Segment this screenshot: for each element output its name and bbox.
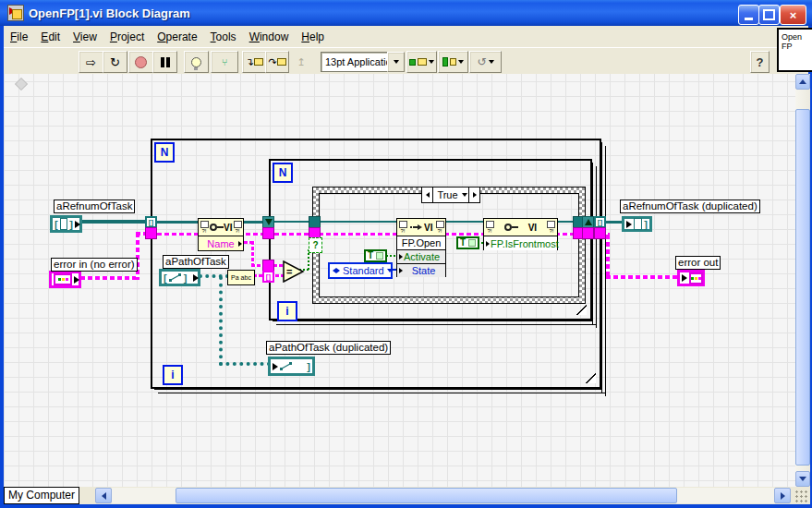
property-row-name[interactable]: Name <box>199 236 243 251</box>
help-icon: ? <box>757 55 764 69</box>
node-class-label: VI <box>224 223 232 233</box>
distribute-objects-button[interactable] <box>438 51 468 73</box>
scroll-up-button[interactable] <box>795 74 810 90</box>
help-button[interactable]: ? <box>750 51 770 73</box>
error-corner-icon: ?! <box>547 221 556 234</box>
title-bar[interactable]: OpenFP[1].vi Block Diagram × <box>0 0 812 26</box>
scroll-down-button[interactable] <box>795 471 810 487</box>
wire-error[interactable] <box>606 235 610 279</box>
distribute-icon <box>442 57 448 67</box>
step-into-button[interactable]: ↴ <box>242 51 266 73</box>
run-continuous-button[interactable]: ↻ <box>103 51 127 73</box>
refnum-corner-icon: ?! <box>398 221 407 234</box>
inner-loop-iteration-terminal[interactable]: i <box>277 301 297 321</box>
case-selector[interactable]: True <box>421 187 480 203</box>
minimize-button[interactable] <box>738 5 759 25</box>
property-row-isfrontmost[interactable]: FP.IsFrontmost <box>484 236 557 250</box>
label-refnum-out[interactable]: aRefnumOfTask (duplicated) <box>620 200 760 213</box>
path-dup-terminal[interactable]: ] <box>268 357 315 376</box>
property-node-name[interactable]: ?! VI ?! Name <box>198 218 244 251</box>
menu-item-view[interactable]: View <box>67 28 103 46</box>
property-node-fp-isfrontmost[interactable]: ?! VI ?! FP.IsFrontmost <box>483 218 558 250</box>
font-selector[interactable]: 13pt Application Font <box>321 52 392 72</box>
error-tunnel[interactable] <box>582 227 594 239</box>
vi-icon-text-line1: Open <box>782 32 812 42</box>
case-next-button[interactable] <box>468 187 479 202</box>
reorder-button[interactable]: ↺ <box>469 51 502 73</box>
vi-icon-openfp[interactable]: Open FP <box>777 28 812 72</box>
refnum-corner-icon: ?! <box>200 221 209 234</box>
wire-path-array[interactable] <box>199 274 229 278</box>
refnum-out-terminal[interactable]: ] <box>622 216 652 232</box>
error-tunnel[interactable] <box>145 227 157 239</box>
wire-error[interactable] <box>606 275 678 279</box>
refnum-in-terminal[interactable]: [] <box>50 215 82 233</box>
probe-icon: ⑂ <box>222 57 227 67</box>
label-path-in[interactable]: aPathOfTask <box>163 255 229 269</box>
font-selector-dropdown-button[interactable] <box>387 52 405 72</box>
step-out-button[interactable]: ↥ <box>289 51 313 73</box>
resize-grip[interactable] <box>794 490 808 502</box>
vertical-scroll-thumb[interactable] <box>795 109 810 466</box>
run-button[interactable]: ⇨ <box>79 51 103 73</box>
path-in-terminal[interactable]: [ ] <box>159 269 200 286</box>
scroll-left-button[interactable] <box>95 488 112 503</box>
vi-icon-text-line2: FP <box>782 42 812 51</box>
maximize-button[interactable] <box>758 5 780 25</box>
block-diagram-canvas[interactable]: True N N i i <box>4 74 795 487</box>
invoke-param-state[interactable]: State <box>397 263 445 277</box>
chevron-down-icon <box>799 477 806 481</box>
menu-item-operate[interactable]: Operate <box>151 28 203 46</box>
invoke-node-fp-open[interactable]: ?! VI ?! FP.Open Activate State <box>396 218 446 277</box>
boolean-constant-true[interactable]: T <box>456 236 479 249</box>
wire-error[interactable] <box>80 276 138 280</box>
menu-item-project[interactable]: Project <box>103 28 151 46</box>
outer-loop-count-terminal[interactable]: N <box>154 142 175 163</box>
index-tunnel[interactable]: [] <box>262 271 274 283</box>
horizontal-scroll-thumb[interactable] <box>176 488 677 503</box>
pause-button[interactable] <box>152 51 177 73</box>
equals-node[interactable]: = <box>283 260 305 283</box>
wire-path-array[interactable] <box>219 276 223 366</box>
inner-loop-count-terminal[interactable]: N <box>273 163 293 183</box>
output-pin-icon <box>74 276 79 284</box>
path-to-string-node[interactable]: Pa abc <box>227 270 255 285</box>
menu-item-help[interactable]: Help <box>295 28 331 46</box>
step-over-button[interactable]: ↷ <box>265 51 289 73</box>
label-error-in[interactable]: error in (no error) <box>51 258 138 272</box>
scroll-right-button[interactable] <box>774 488 791 503</box>
label-path-dup[interactable]: aPathOfTask (duplicated) <box>266 341 391 355</box>
wire-error[interactable] <box>136 233 139 280</box>
retain-wire-values-button[interactable]: ⑂ <box>211 51 238 73</box>
label-refnum-in[interactable]: aRefnumOfTask <box>54 200 135 213</box>
error-tunnel[interactable] <box>262 227 274 239</box>
invoke-method-row[interactable]: FP.Open <box>397 236 445 249</box>
error-out-terminal[interactable] <box>677 270 705 286</box>
wire-refnum[interactable] <box>81 220 146 224</box>
invoke-param-activate[interactable]: Activate <box>397 249 445 263</box>
case-selector-terminal[interactable]: ? <box>309 237 322 253</box>
label-error-out[interactable]: error out <box>675 256 721 270</box>
wire-path-array[interactable] <box>219 362 271 366</box>
boolean-constant-true[interactable]: T <box>364 249 387 262</box>
outer-loop-iteration-terminal[interactable]: i <box>163 365 183 385</box>
vertical-scrollbar[interactable] <box>795 74 810 487</box>
case-previous-button[interactable] <box>422 187 433 202</box>
align-objects-button[interactable] <box>406 51 437 73</box>
app-icon <box>7 5 24 21</box>
error-tunnel[interactable] <box>594 227 606 239</box>
menu-item-file[interactable]: File <box>4 28 34 46</box>
menu-item-window[interactable]: Window <box>243 28 296 46</box>
menu-item-edit[interactable]: Edit <box>34 28 67 46</box>
close-button[interactable]: × <box>780 5 806 25</box>
ring-constant-state[interactable]: Standard <box>328 262 393 279</box>
menu-item-tools[interactable]: Tools <box>204 28 243 46</box>
property-key-icon <box>210 224 224 231</box>
highlight-execution-button[interactable] <box>184 51 209 73</box>
abort-button[interactable] <box>128 51 153 73</box>
execution-target-chip[interactable]: My Computer <box>4 487 79 504</box>
wire-name-string[interactable] <box>251 241 254 266</box>
arrow-right-icon <box>473 192 477 198</box>
error-in-terminal[interactable] <box>49 271 81 288</box>
error-corner-icon: ?! <box>435 221 444 234</box>
